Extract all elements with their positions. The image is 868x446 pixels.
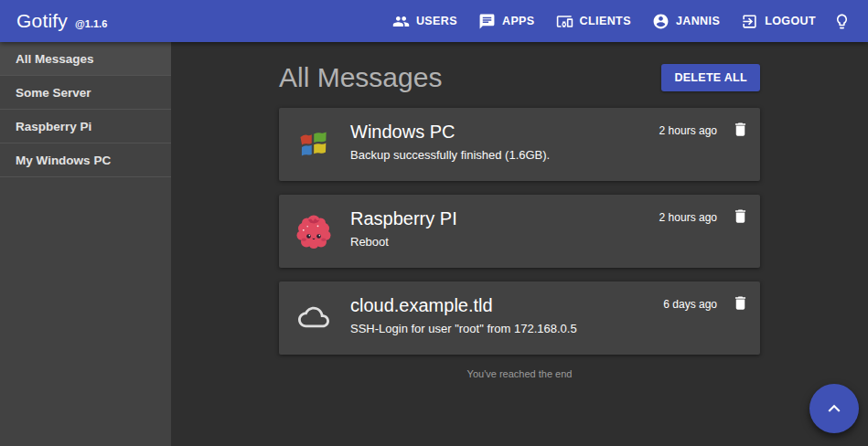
- message-meta: 2 hours ago: [659, 206, 751, 268]
- nav-clients-button[interactable]: CLIENTS: [548, 5, 639, 37]
- theme-toggle-button[interactable]: [829, 5, 855, 37]
- content-column: All Messages DELETE ALL W: [279, 42, 760, 379]
- sidebar-item-label: Some Server: [16, 86, 91, 100]
- page-title: All Messages: [279, 62, 442, 93]
- brand: Gotify @1.1.6: [16, 10, 107, 32]
- nav-users-button[interactable]: USERS: [384, 5, 466, 37]
- message-body: Backup successfully finished (1.6GB).: [350, 148, 659, 162]
- message-body: Reboot: [350, 235, 659, 249]
- message-timestamp: 2 hours ago: [659, 124, 717, 137]
- delete-message-button[interactable]: [730, 292, 751, 313]
- message-card-cloud: cloud.example.tld SSH-Login for user "ro…: [279, 281, 760, 355]
- delete-message-button[interactable]: [730, 119, 751, 140]
- message-title: Windows PC: [350, 122, 659, 143]
- message-title: cloud.example.tld: [350, 295, 663, 316]
- message-text: Raspberry PI Reboot: [350, 206, 659, 268]
- windows-logo-icon: [295, 125, 332, 162]
- trash-icon: [732, 121, 749, 138]
- gotify-app: Gotify @1.1.6 USERS APPS CLIENTS JANNIS: [0, 0, 868, 446]
- sidebar-item-raspberry-pi[interactable]: Raspberry Pi: [0, 110, 171, 143]
- content-header: All Messages DELETE ALL: [279, 60, 760, 95]
- sidebar-item-label: Raspberry Pi: [16, 120, 91, 133]
- nav-user-account-button[interactable]: JANNIS: [644, 5, 728, 37]
- brand-name: Gotify: [16, 10, 68, 32]
- cloud-icon: [295, 299, 332, 335]
- devices-icon: [556, 13, 573, 30]
- end-of-list-text: You've reached the end: [279, 368, 760, 379]
- message-meta: 2 hours ago: [659, 119, 751, 181]
- account-circle-icon: [652, 13, 670, 30]
- message-meta: 6 days ago: [663, 292, 751, 355]
- lightbulb-icon: [833, 13, 851, 30]
- nav-username-label: JANNIS: [676, 15, 720, 27]
- navbar-menu: USERS APPS CLIENTS JANNIS LOGOUT: [384, 5, 855, 37]
- sidebar: All Messages Some Server Raspberry Pi My…: [0, 42, 171, 446]
- message-text: Windows PC Backup successfully finished …: [350, 119, 659, 181]
- nav-logout-button[interactable]: LOGOUT: [733, 5, 824, 37]
- sidebar-item-label: My Windows PC: [16, 154, 111, 167]
- sidebar-item-my-windows-pc[interactable]: My Windows PC: [0, 143, 171, 177]
- delete-all-button[interactable]: DELETE ALL: [661, 64, 760, 91]
- sidebar-item-some-server[interactable]: Some Server: [0, 76, 171, 110]
- users-icon: [392, 13, 410, 30]
- nav-clients-label: CLIENTS: [580, 15, 631, 27]
- message-text: cloud.example.tld SSH-Login for user "ro…: [350, 292, 663, 355]
- raspberry-logo-icon: [295, 212, 332, 249]
- logout-icon: [741, 13, 758, 30]
- message-card-raspberry-pi: Raspberry PI Reboot 2 hours ago: [279, 195, 760, 268]
- chat-icon: [478, 13, 496, 30]
- brand-version: @1.1.6: [75, 18, 107, 29]
- trash-icon: [732, 294, 749, 312]
- sidebar-item-label: All Messages: [16, 52, 94, 66]
- nav-logout-label: LOGOUT: [765, 15, 816, 27]
- nav-apps-button[interactable]: APPS: [470, 5, 543, 37]
- top-navbar: Gotify @1.1.6 USERS APPS CLIENTS JANNIS: [0, 0, 868, 42]
- trash-icon: [732, 207, 749, 225]
- message-timestamp: 6 days ago: [663, 298, 717, 311]
- nav-users-label: USERS: [416, 15, 457, 27]
- delete-message-button[interactable]: [730, 206, 751, 227]
- message-card-windows-pc: Windows PC Backup successfully finished …: [279, 108, 760, 181]
- scroll-to-top-fab[interactable]: [809, 384, 859, 433]
- sidebar-item-all-messages[interactable]: All Messages: [0, 42, 171, 76]
- nav-apps-label: APPS: [502, 15, 535, 27]
- chevron-up-icon: [822, 397, 846, 420]
- message-timestamp: 2 hours ago: [659, 211, 717, 224]
- message-body: SSH-Login for user "root" from 172.168.0…: [350, 322, 663, 335]
- message-title: Raspberry PI: [350, 208, 659, 229]
- main-content: All Messages DELETE ALL W: [171, 42, 868, 446]
